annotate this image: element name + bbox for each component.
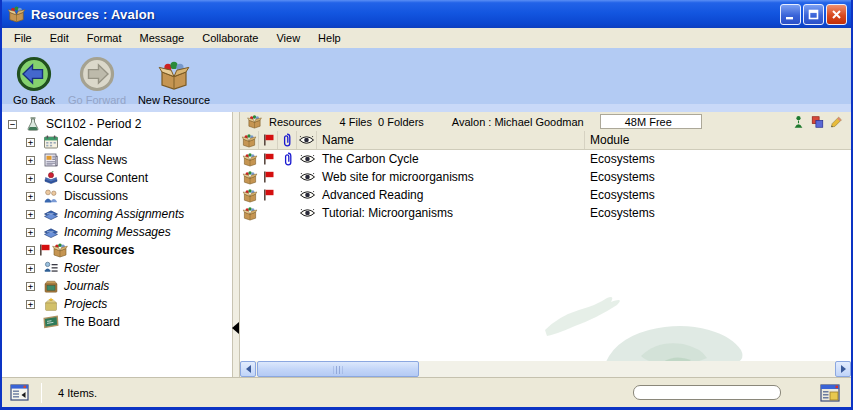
eye-icon[interactable]	[300, 154, 315, 164]
file-row-tutorial[interactable]: Tutorial: Microorganisms Ecosystems	[240, 204, 851, 222]
statusbar-divider	[41, 383, 42, 403]
file-name: Advanced Reading	[317, 186, 585, 204]
person-icon[interactable]	[792, 115, 805, 129]
tree-expand-box[interactable]: +	[26, 210, 35, 219]
name-column-header[interactable]: Name	[317, 131, 585, 149]
app-box-icon	[7, 5, 26, 23]
tree-expand-box[interactable]: +	[26, 138, 35, 147]
pane-splitter[interactable]	[232, 112, 240, 377]
menu-file[interactable]: File	[5, 30, 41, 47]
go-forward-button[interactable]: Go Forward	[62, 56, 132, 106]
new-resource-box-icon	[157, 59, 191, 91]
resources-info-bar: Resources 4 Files 0 Folders Avalon : Mic…	[240, 112, 851, 131]
titlebar[interactable]: Resources : Avalon	[2, 0, 851, 28]
pane-title: Resources	[269, 116, 322, 128]
course-content-icon	[43, 170, 59, 186]
tree-expand-box[interactable]: +	[26, 282, 35, 291]
flag-column-icon[interactable]	[263, 134, 274, 146]
roster-icon	[43, 260, 59, 276]
tree-expand-box[interactable]: +	[26, 174, 35, 183]
new-resource-button[interactable]: New Resource	[132, 56, 216, 106]
tree-item-resources[interactable]: + Resources	[2, 241, 232, 259]
scrollbar-thumb[interactable]	[257, 361, 419, 377]
tree-item-the-board[interactable]: The Board	[2, 313, 232, 331]
scroll-right-button[interactable]	[835, 361, 851, 377]
maximize-button[interactable]	[803, 4, 824, 25]
tree-expand-box[interactable]: +	[26, 228, 35, 237]
incoming-messages-icon	[43, 224, 59, 240]
file-module: Ecosystems	[585, 186, 851, 204]
menu-view[interactable]: View	[267, 30, 309, 47]
app-window: Resources : Avalon File Edit Format Mess…	[0, 0, 853, 410]
scroll-left-button[interactable]	[240, 361, 256, 377]
tree-item-discussions[interactable]: + Discussions	[2, 187, 232, 205]
menu-help[interactable]: Help	[309, 30, 350, 47]
window-title: Resources : Avalon	[31, 7, 155, 22]
go-back-button[interactable]: Go Back	[6, 56, 62, 106]
free-space-value: 48M Free	[625, 116, 672, 128]
collapse-arrow-icon[interactable]	[232, 322, 239, 334]
paperclip-column-icon[interactable]	[282, 133, 292, 147]
tree-item-projects[interactable]: + Projects	[2, 295, 232, 313]
tree-item-calendar[interactable]: + Calendar	[2, 133, 232, 151]
close-button[interactable]	[826, 4, 847, 25]
tree-item-journals[interactable]: + Journals	[2, 277, 232, 295]
tree-expand-box[interactable]: +	[26, 300, 35, 309]
box-icon	[242, 152, 258, 167]
layers-icon[interactable]	[811, 115, 824, 129]
items-count: 4 Items.	[58, 387, 97, 399]
go-forward-icon	[79, 56, 115, 92]
minimize-button[interactable]	[780, 4, 801, 25]
tree-expand-box[interactable]: +	[26, 264, 35, 273]
course-tree: − SCI102 - Period 2 + Calendar + Class N…	[2, 112, 232, 377]
tree-expand-box[interactable]: +	[26, 192, 35, 201]
box-icon	[242, 188, 258, 203]
menu-message[interactable]: Message	[131, 30, 194, 47]
resources-box-icon	[52, 242, 68, 258]
watermark-island-graphic	[545, 278, 775, 374]
box-column-icon[interactable]	[241, 133, 257, 148]
tree-expand-box[interactable]: +	[26, 246, 35, 255]
file-module: Ecosystems	[585, 168, 851, 186]
menu-edit[interactable]: Edit	[41, 30, 78, 47]
flag-icon	[263, 189, 274, 201]
arrow-right-icon	[841, 365, 846, 373]
tree-item-sci102[interactable]: − SCI102 - Period 2	[2, 115, 232, 133]
flag-icon	[263, 153, 274, 165]
arrow-left-icon	[246, 365, 251, 373]
tree-item-course-content[interactable]: + Course Content	[2, 169, 232, 187]
eye-icon[interactable]	[300, 208, 315, 218]
flask-icon	[25, 116, 41, 132]
tree-item-incoming-assignments[interactable]: + Incoming Assignments	[2, 205, 232, 223]
eye-column-icon[interactable]	[299, 135, 314, 145]
file-module: Ecosystems	[585, 150, 851, 168]
file-row-carbon-cycle[interactable]: The Carbon Cycle Ecosystems	[240, 150, 851, 168]
statusbar: 4 Items.	[2, 377, 851, 407]
eye-icon[interactable]	[300, 172, 315, 182]
files-count: 4 Files	[340, 116, 372, 128]
flag-icon	[39, 244, 50, 256]
resources-pane: Resources 4 Files 0 Folders Avalon : Mic…	[240, 112, 851, 377]
tree-item-incoming-messages[interactable]: + Incoming Messages	[2, 223, 232, 241]
board-icon	[43, 314, 59, 330]
tree-collapse-box[interactable]: −	[8, 120, 17, 129]
menu-collaborate[interactable]: Collaborate	[193, 30, 267, 47]
file-row-web-site[interactable]: Web site for microorganisms Ecosystems	[240, 168, 851, 186]
file-name: Web site for microorganisms	[317, 168, 585, 186]
folders-count: 0 Folders	[378, 116, 424, 128]
horizontal-scrollbar[interactable]	[240, 361, 851, 377]
eye-icon[interactable]	[300, 190, 315, 200]
account-label: Avalon : Michael Goodman	[452, 116, 584, 128]
pencil-icon[interactable]	[830, 115, 843, 129]
tree-item-class-news[interactable]: + Class News	[2, 151, 232, 169]
file-row-advanced-reading[interactable]: Advanced Reading Ecosystems	[240, 186, 851, 204]
layout-toggle-icon[interactable]	[819, 382, 841, 404]
panel-toggle-icon[interactable]	[10, 383, 29, 402]
tree-item-roster[interactable]: + Roster	[2, 259, 232, 277]
module-column-header[interactable]: Module	[585, 131, 851, 149]
menu-format[interactable]: Format	[78, 30, 131, 47]
incoming-assignments-icon	[43, 206, 59, 222]
file-name: The Carbon Cycle	[317, 150, 585, 168]
tree-expand-box[interactable]: +	[26, 156, 35, 165]
paperclip-icon	[283, 152, 293, 166]
